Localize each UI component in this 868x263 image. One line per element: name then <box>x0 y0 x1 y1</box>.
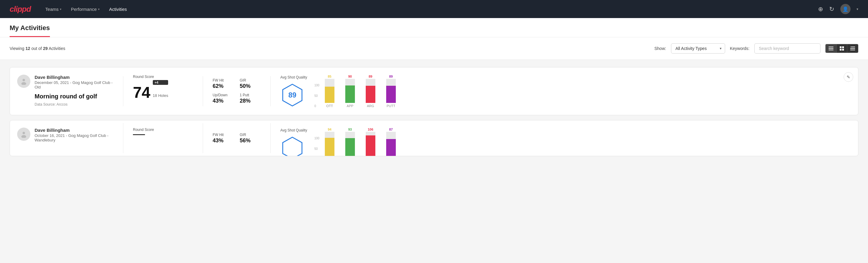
search-input[interactable] <box>754 43 820 54</box>
svg-point-15 <box>21 135 26 138</box>
app-logo: clippd <box>10 4 31 14</box>
avatar-icon <box>20 78 27 85</box>
keywords-label: Keywords: <box>730 46 749 51</box>
round-score-label: Round Score <box>133 127 193 132</box>
card-info: Dave Billingham December 05, 2021 - Gog … <box>35 75 114 107</box>
bar-putt-label: PUTT <box>386 104 395 108</box>
fw-hit-label: FW Hit <box>213 78 234 83</box>
user-chevron-icon[interactable]: ▾ <box>857 7 858 11</box>
bar-app-container <box>345 132 355 156</box>
page-header: My Activities <box>0 18 868 37</box>
bar-fill-ott <box>325 87 335 103</box>
hexagon-shape <box>280 136 304 156</box>
gir-value: 50% <box>240 83 261 89</box>
bar-ott: 85 OTT <box>320 75 339 108</box>
svg-rect-9 <box>850 50 855 50</box>
svg-point-14 <box>23 132 25 134</box>
bar-putt-value: 89 <box>389 75 393 78</box>
svg-marker-16 <box>283 137 302 156</box>
svg-rect-3 <box>840 46 841 48</box>
bar-app-container <box>345 79 355 103</box>
updown-label: Up/Down <box>213 93 234 97</box>
gir-value: 56% <box>240 138 261 144</box>
viewing-text: Viewing 12 out of 29 Activities <box>10 46 650 51</box>
card-left: Dave Billingham December 05, 2021 - Gog … <box>17 75 114 107</box>
card-info: Dave Billingham October 16, 2021 - Gog M… <box>35 127 114 142</box>
list-view-button-2[interactable] <box>847 44 858 53</box>
activity-date: December 05, 2021 - Gog Magog Golf Club … <box>35 80 114 89</box>
bar-ott-value: 85 <box>328 75 332 78</box>
one-putt-label: 1 Putt <box>240 93 261 97</box>
shot-quality: Avg Shot Quality 100 50 0 94 <box>280 127 851 156</box>
list-icon-2 <box>850 47 855 50</box>
bar-putt: 89 PUTT <box>382 75 400 108</box>
card-left: Dave Billingham October 16, 2021 - Gog M… <box>17 127 114 142</box>
bar-ott-label: OTT <box>326 104 333 108</box>
bar-arg-container <box>366 79 375 103</box>
bar-ott-value: 94 <box>328 127 332 131</box>
hexagon-score: 89 <box>280 83 304 107</box>
activities-list: ✎ Dave Billingham December 05, 2021 - Go… <box>0 60 868 164</box>
view-mode-buttons <box>825 44 858 53</box>
sub-stats: FW Hit 62% GIR 50% Up/Down 43% 1 Putt 28… <box>213 78 261 104</box>
bar-app: 90 APP <box>341 75 359 108</box>
grid-view-button[interactable] <box>837 44 847 53</box>
score-number: 74 <box>133 85 150 100</box>
sub-stats: FW Hit 43% GIR 56% <box>213 133 261 144</box>
list-view-button-1[interactable] <box>826 44 837 53</box>
svg-rect-2 <box>829 50 833 50</box>
score-holes: 18 Holes <box>153 93 168 98</box>
bar-putt-value: 87 <box>389 127 393 131</box>
avatar-icon <box>20 130 27 138</box>
bar-fill-app <box>345 85 355 103</box>
add-icon[interactable]: ⊕ <box>818 5 823 12</box>
shot-quality: Avg Shot Quality 89 100 50 0 <box>280 75 851 108</box>
svg-rect-0 <box>829 47 833 47</box>
svg-rect-1 <box>829 48 833 49</box>
list-icon-1 <box>829 47 833 50</box>
grid-icon <box>840 46 844 51</box>
nav-bar: clippd Teams ▾ Performance ▾ Activities … <box>0 0 868 18</box>
bar-arg-value: 89 <box>369 75 372 78</box>
player-name: Dave Billingham <box>35 127 114 133</box>
fw-hit-value: 43% <box>213 138 234 144</box>
bar-arg: 106 ARG <box>362 127 379 156</box>
bar-fill-putt <box>386 139 396 156</box>
gir-stat: GIR 56% <box>240 133 261 144</box>
one-putt-value: 28% <box>240 98 261 104</box>
nav-item-performance[interactable]: Performance ▾ <box>71 4 99 14</box>
bar-app: 93 APP <box>341 127 359 156</box>
edit-button[interactable]: ✎ <box>844 72 853 82</box>
activity-date: October 16, 2021 - Gog Magog Golf Club -… <box>35 133 114 142</box>
chevron-down-icon: ▾ <box>60 7 61 11</box>
round-score-stat: Round Score <box>133 127 193 135</box>
chart-bars: 85 OTT 90 APP <box>320 75 400 108</box>
chart-bars: 94 OTT 93 APP <box>320 127 400 156</box>
nav-item-activities[interactable]: Activities <box>109 4 127 14</box>
bar-putt: 87 PUTT <box>382 127 400 156</box>
shot-quality-chart: 100 50 0 94 OTT 93 <box>314 127 400 156</box>
round-score-stat: Round Score 74 +4 18 Holes <box>133 75 193 100</box>
shot-quality-label: Avg Shot Quality <box>280 75 307 80</box>
svg-rect-5 <box>840 49 841 51</box>
bar-arg-label: ARG <box>367 104 374 108</box>
user-avatar[interactable]: 👤 <box>840 4 850 14</box>
score-badge: +4 <box>153 80 168 85</box>
card-divider <box>123 123 123 153</box>
avatar-icon: 👤 <box>842 6 848 12</box>
bar-app-value: 90 <box>348 75 352 78</box>
bar-fill-arg <box>366 86 375 103</box>
one-putt-stat: 1 Putt 28% <box>240 93 261 104</box>
hexagon-score <box>280 136 304 156</box>
bar-arg: 89 ARG <box>362 75 379 108</box>
bar-fill-putt <box>386 86 396 103</box>
activity-card: Dave Billingham October 16, 2021 - Gog M… <box>10 120 858 156</box>
nav-item-teams[interactable]: Teams ▾ <box>45 4 61 14</box>
shot-quality-score: 89 <box>288 91 297 99</box>
round-score-label: Round Score <box>133 75 193 79</box>
refresh-icon[interactable]: ↻ <box>829 5 834 12</box>
activity-type-select[interactable]: All Activity Types <box>671 43 725 54</box>
card-divider <box>270 123 271 153</box>
player-avatar <box>17 127 30 141</box>
updown-value: 43% <box>213 98 234 104</box>
